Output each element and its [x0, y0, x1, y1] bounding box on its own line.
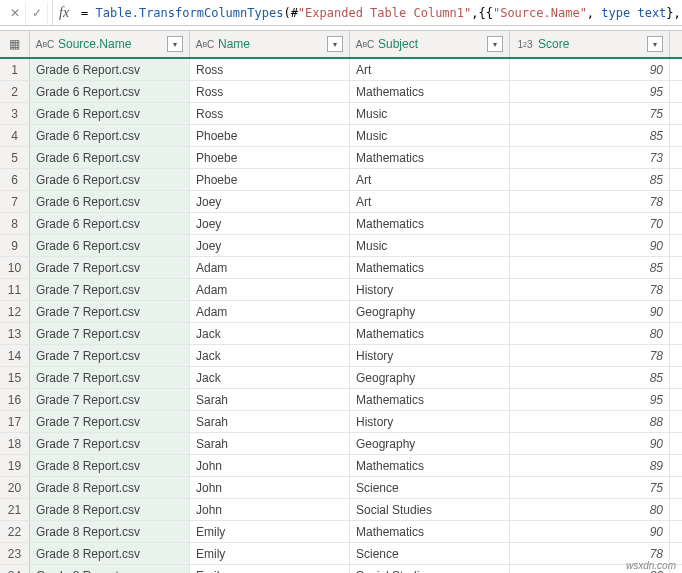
- cell-subject[interactable]: Science: [350, 477, 510, 498]
- cell-score[interactable]: 85: [510, 257, 670, 278]
- table-row[interactable]: 6Grade 6 Report.csvPhoebeArt85: [0, 169, 682, 191]
- cell-name[interactable]: Jack: [190, 345, 350, 366]
- cell-name[interactable]: Adam: [190, 279, 350, 300]
- cell-source[interactable]: Grade 6 Report.csv: [30, 125, 190, 146]
- cancel-icon[interactable]: ✕: [4, 2, 26, 24]
- cell-name[interactable]: Sarah: [190, 411, 350, 432]
- cell-name[interactable]: Ross: [190, 59, 350, 80]
- cell-subject[interactable]: Mathematics: [350, 323, 510, 344]
- column-header-score[interactable]: 123 Score ▾: [510, 31, 670, 57]
- cell-name[interactable]: John: [190, 455, 350, 476]
- cell-subject[interactable]: Art: [350, 191, 510, 212]
- cell-subject[interactable]: History: [350, 279, 510, 300]
- table-row[interactable]: 12Grade 7 Report.csvAdamGeography90: [0, 301, 682, 323]
- table-row[interactable]: 19Grade 8 Report.csvJohnMathematics89: [0, 455, 682, 477]
- cell-source[interactable]: Grade 7 Report.csv: [30, 345, 190, 366]
- row-number[interactable]: 22: [0, 521, 30, 542]
- cell-subject[interactable]: Mathematics: [350, 257, 510, 278]
- cell-source[interactable]: Grade 6 Report.csv: [30, 169, 190, 190]
- row-number[interactable]: 1: [0, 59, 30, 80]
- column-filter-icon[interactable]: ▾: [487, 36, 503, 52]
- cell-name[interactable]: Joey: [190, 213, 350, 234]
- cell-subject[interactable]: Music: [350, 103, 510, 124]
- cell-name[interactable]: Phoebe: [190, 169, 350, 190]
- column-header-subject[interactable]: ABC Subject ▾: [350, 31, 510, 57]
- row-number[interactable]: 4: [0, 125, 30, 146]
- row-number[interactable]: 24: [0, 565, 30, 573]
- cell-source[interactable]: Grade 8 Report.csv: [30, 477, 190, 498]
- row-number[interactable]: 16: [0, 389, 30, 410]
- row-number[interactable]: 12: [0, 301, 30, 322]
- column-filter-icon[interactable]: ▾: [647, 36, 663, 52]
- table-row[interactable]: 14Grade 7 Report.csvJackHistory78: [0, 345, 682, 367]
- cell-subject[interactable]: Mathematics: [350, 389, 510, 410]
- table-row[interactable]: 4Grade 6 Report.csvPhoebeMusic85: [0, 125, 682, 147]
- table-row[interactable]: 13Grade 7 Report.csvJackMathematics80: [0, 323, 682, 345]
- row-number[interactable]: 21: [0, 499, 30, 520]
- cell-score[interactable]: 88: [510, 411, 670, 432]
- cell-score[interactable]: 85: [510, 169, 670, 190]
- row-number[interactable]: 9: [0, 235, 30, 256]
- row-number[interactable]: 2: [0, 81, 30, 102]
- row-number[interactable]: 11: [0, 279, 30, 300]
- cell-name[interactable]: Emily: [190, 543, 350, 564]
- cell-score[interactable]: 80: [510, 499, 670, 520]
- cell-score[interactable]: 90: [510, 433, 670, 454]
- cell-score[interactable]: 95: [510, 81, 670, 102]
- cell-score[interactable]: 90: [510, 301, 670, 322]
- cell-score[interactable]: 90: [510, 521, 670, 542]
- row-number[interactable]: 5: [0, 147, 30, 168]
- cell-subject[interactable]: Music: [350, 235, 510, 256]
- cell-subject[interactable]: Science: [350, 543, 510, 564]
- table-row[interactable]: 3Grade 6 Report.csvRossMusic75: [0, 103, 682, 125]
- row-number[interactable]: 18: [0, 433, 30, 454]
- row-number[interactable]: 20: [0, 477, 30, 498]
- table-row[interactable]: 15Grade 7 Report.csvJackGeography85: [0, 367, 682, 389]
- row-number[interactable]: 7: [0, 191, 30, 212]
- column-header-name[interactable]: ABC Name ▾: [190, 31, 350, 57]
- table-row[interactable]: 5Grade 6 Report.csvPhoebeMathematics73: [0, 147, 682, 169]
- cell-score[interactable]: 90: [510, 59, 670, 80]
- row-number[interactable]: 3: [0, 103, 30, 124]
- cell-subject[interactable]: Music: [350, 125, 510, 146]
- cell-subject[interactable]: Social Studies: [350, 499, 510, 520]
- cell-name[interactable]: Ross: [190, 81, 350, 102]
- table-row[interactable]: 11Grade 7 Report.csvAdamHistory78: [0, 279, 682, 301]
- column-header-source[interactable]: ABC Source.Name ▾: [30, 31, 190, 57]
- cell-score[interactable]: 70: [510, 213, 670, 234]
- cell-source[interactable]: Grade 8 Report.csv: [30, 499, 190, 520]
- cell-source[interactable]: Grade 6 Report.csv: [30, 191, 190, 212]
- cell-name[interactable]: Sarah: [190, 389, 350, 410]
- cell-name[interactable]: John: [190, 477, 350, 498]
- cell-score[interactable]: 90: [510, 235, 670, 256]
- cell-source[interactable]: Grade 6 Report.csv: [30, 103, 190, 124]
- cell-subject[interactable]: Geography: [350, 301, 510, 322]
- table-row[interactable]: 7Grade 6 Report.csvJoeyArt78: [0, 191, 682, 213]
- cell-source[interactable]: Grade 8 Report.csv: [30, 543, 190, 564]
- table-row[interactable]: 8Grade 6 Report.csvJoeyMathematics70: [0, 213, 682, 235]
- cell-score[interactable]: 85: [510, 367, 670, 388]
- table-row[interactable]: 17Grade 7 Report.csvSarahHistory88: [0, 411, 682, 433]
- table-row[interactable]: 1Grade 6 Report.csvRossArt90: [0, 59, 682, 81]
- cell-source[interactable]: Grade 7 Report.csv: [30, 433, 190, 454]
- cell-score[interactable]: 73: [510, 147, 670, 168]
- cell-name[interactable]: Emily: [190, 565, 350, 573]
- cell-subject[interactable]: History: [350, 411, 510, 432]
- cell-name[interactable]: Sarah: [190, 433, 350, 454]
- cell-subject[interactable]: Art: [350, 59, 510, 80]
- cell-source[interactable]: Grade 8 Report.csv: [30, 455, 190, 476]
- table-row[interactable]: 18Grade 7 Report.csvSarahGeography90: [0, 433, 682, 455]
- table-row[interactable]: 24Grade 8 Report.csvEmilySocial Studies8…: [0, 565, 682, 573]
- row-number[interactable]: 15: [0, 367, 30, 388]
- table-row[interactable]: 21Grade 8 Report.csvJohnSocial Studies80: [0, 499, 682, 521]
- table-row[interactable]: 2Grade 6 Report.csvRossMathematics95: [0, 81, 682, 103]
- row-number[interactable]: 23: [0, 543, 30, 564]
- column-filter-icon[interactable]: ▾: [167, 36, 183, 52]
- cell-name[interactable]: Adam: [190, 301, 350, 322]
- cell-name[interactable]: Joey: [190, 235, 350, 256]
- row-number[interactable]: 8: [0, 213, 30, 234]
- cell-score[interactable]: 75: [510, 477, 670, 498]
- cell-score[interactable]: 78: [510, 279, 670, 300]
- row-number[interactable]: 6: [0, 169, 30, 190]
- table-row[interactable]: 23Grade 8 Report.csvEmilyScience78: [0, 543, 682, 565]
